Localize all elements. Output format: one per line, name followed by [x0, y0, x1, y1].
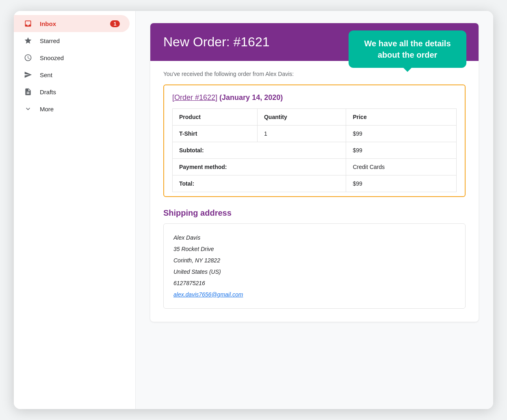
payment-value: Credit Cards [346, 159, 457, 175]
sidebar-item-starred[interactable]: Starred [14, 32, 130, 49]
total-label: Total: [173, 175, 346, 192]
app-window: Inbox 1 Starred Snoozed Sent [14, 11, 493, 409]
shipping-address: Alex Davis 35 Rocket Drive Corinth, NY 1… [163, 223, 466, 309]
sidebar-item-snoozed[interactable]: Snoozed [14, 49, 130, 66]
shipping-name: Alex Davis [173, 232, 455, 243]
shipping-phone: 6127875216 [173, 277, 455, 289]
payment-row: Payment method: Credit Cards [173, 159, 457, 175]
cell-quantity: 1 [257, 126, 346, 142]
sidebar-item-label-sent: Sent [40, 71, 120, 78]
sidebar-item-label-drafts: Drafts [40, 89, 120, 95]
payment-label: Payment method: [173, 159, 346, 175]
subtotal-row: Subtotal: $99 [173, 142, 457, 159]
tooltip-text: We have all the details about the order [364, 39, 451, 59]
subtotal-label: Subtotal: [173, 142, 346, 159]
clock-icon [24, 53, 32, 62]
email-card: New Order: #1621 We have all the details… [150, 23, 479, 322]
table-row: T-Shirt 1 $99 [173, 126, 457, 142]
sidebar-item-label-starred: Starred [40, 37, 120, 44]
draft-icon [24, 87, 32, 96]
shipping-email[interactable]: alex.davis7656@gmail.com [173, 291, 243, 298]
star-icon [24, 36, 32, 45]
inbox-icon [24, 19, 32, 28]
sidebar-item-label-inbox: Inbox [40, 20, 103, 27]
shipping-city: Corinth, NY 12822 [173, 255, 455, 266]
order-link[interactable]: [Order #1622] [172, 93, 217, 102]
sidebar-item-sent[interactable]: Sent [14, 66, 130, 83]
total-row: Total: $99 [173, 175, 457, 192]
shipping-street: 35 Rocket Drive [173, 243, 455, 255]
main-content: New Order: #1621 We have all the details… [136, 11, 493, 409]
sidebar: Inbox 1 Starred Snoozed Sent [14, 11, 136, 409]
order-box: [Order #1622] (January 14, 2020) Product… [163, 84, 466, 197]
chevron-down-icon [24, 104, 32, 113]
sidebar-item-drafts[interactable]: Drafts [14, 83, 130, 100]
order-table: Product Quantity Price T-Shirt 1 $99 [172, 108, 457, 192]
sidebar-item-more[interactable]: More [14, 100, 130, 117]
col-product: Product [173, 109, 258, 126]
col-price: Price [346, 109, 457, 126]
sidebar-item-inbox[interactable]: Inbox 1 [14, 15, 130, 32]
col-quantity: Quantity [257, 109, 346, 126]
shipping-country: United States (US) [173, 266, 455, 277]
order-title: [Order #1622] (January 14, 2020) [172, 93, 457, 102]
email-body: You've received the following order from… [150, 61, 479, 322]
email-header: New Order: #1621 We have all the details… [150, 23, 479, 61]
table-header-row: Product Quantity Price [173, 109, 457, 126]
cell-price: $99 [346, 126, 457, 142]
send-icon [24, 70, 32, 79]
inbox-badge: 1 [110, 20, 120, 27]
cell-product: T-Shirt [173, 126, 258, 142]
order-date: (January 14, 2020) [219, 93, 283, 102]
sidebar-item-label-more: More [40, 106, 120, 113]
subtotal-value: $99 [346, 142, 457, 159]
sidebar-item-label-snoozed: Snoozed [40, 54, 120, 61]
shipping-title: Shipping address [163, 208, 466, 218]
total-value: $99 [346, 175, 457, 192]
tooltip-bubble: We have all the details about the order [349, 30, 466, 68]
order-intro: You've received the following order from… [163, 71, 466, 77]
